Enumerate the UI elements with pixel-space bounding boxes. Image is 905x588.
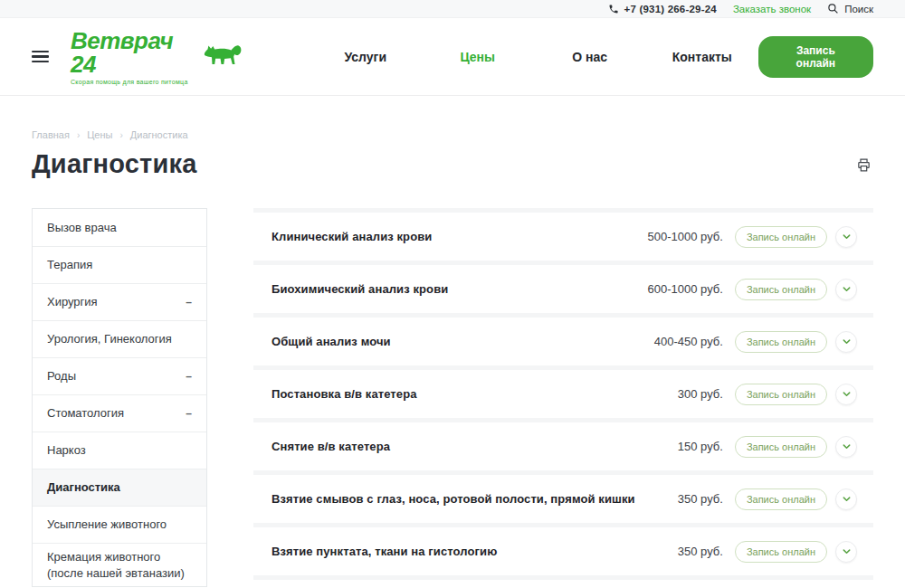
phone-number: +7 (931) 266-29-24 — [624, 4, 717, 14]
chevron-down-icon — [842, 389, 852, 399]
breadcrumb-item: Диагностика — [130, 129, 188, 140]
nav-item-tseny[interactable]: Цены — [422, 50, 534, 64]
row-book-online-button[interactable]: Запись онлайн — [735, 541, 827, 563]
row-book-online-button[interactable]: Запись онлайн — [735, 226, 827, 248]
expand-row-button[interactable] — [835, 226, 857, 248]
sidebar-item-khirurgiya[interactable]: Хирургия– — [33, 283, 206, 320]
price-row: Клинический анализ крови500-1000 руб.Зап… — [253, 208, 873, 261]
topbar-right: +7 (931) 266-29-24 Заказать звонок Поиск — [608, 3, 873, 14]
sidebar-item-terapiya[interactable]: Терапия — [33, 246, 206, 283]
sidebar-item-krematsiya-zhivotnogo[interactable]: Кремация животного (после нашей эвтанази… — [33, 543, 206, 586]
sidebar-item-narkoz[interactable]: Наркоз — [33, 432, 206, 469]
logo-title: Ветврач 24 — [71, 29, 197, 76]
search-label: Поиск — [844, 4, 873, 14]
row-book-online-button[interactable]: Запись онлайн — [735, 488, 827, 510]
expand-row-button[interactable] — [835, 331, 857, 353]
row-book-online-button[interactable]: Запись онлайн — [735, 384, 827, 405]
expand-row-button[interactable] — [835, 541, 857, 563]
sidebar-item-label: Терапия — [47, 257, 92, 273]
price-value: 400-450 руб. — [654, 335, 723, 348]
expand-row-button[interactable] — [835, 436, 857, 458]
price-row: Снятие в/в катетера150 руб.Запись онлайн — [253, 418, 873, 470]
main-nav: УслугиЦеныО насКонтакты — [310, 50, 758, 64]
submenu-collapse-icon: – — [186, 369, 192, 384]
search-icon — [827, 3, 839, 14]
logo[interactable]: Ветврач 24 Скорая помощь для вашего пито… — [71, 29, 244, 85]
price-list: Клинический анализ крови500-1000 руб.Зап… — [253, 208, 873, 588]
phone-link[interactable]: +7 (931) 266-29-24 — [608, 4, 717, 14]
price-value: 600-1000 руб. — [648, 282, 723, 296]
hamburger-menu-icon[interactable] — [32, 51, 49, 62]
chevron-down-icon — [842, 284, 852, 294]
price-value: 350 руб. — [678, 492, 723, 506]
breadcrumb-item[interactable]: Главная — [32, 129, 70, 140]
chevron-down-icon — [842, 337, 852, 346]
nav-item-kontakty[interactable]: Контакты — [646, 50, 758, 64]
sidebar-item-label: Стоматология — [47, 405, 124, 422]
service-name: Биохимический анализ крови — [272, 282, 448, 296]
row-book-online-button[interactable]: Запись онлайн — [735, 279, 827, 300]
expand-row-button[interactable] — [835, 488, 857, 510]
phone-icon — [608, 4, 619, 14]
price-value: 150 руб. — [678, 440, 723, 453]
sidebar-item-stomatologiya[interactable]: Стоматология– — [33, 394, 206, 432]
price-row: Взятие смывов с глаз, носа, ротовой поло… — [253, 470, 873, 523]
price-row: Общий анализ мочи400-450 руб.Запись онла… — [253, 313, 873, 365]
service-name: Снятие в/в катетера — [272, 440, 390, 453]
price-row: Постановка в/в катетера300 руб.Запись он… — [253, 365, 873, 418]
price-row: Биохимический анализ крови600-1000 руб.З… — [253, 261, 873, 313]
price-value: 500-1000 руб. — [648, 230, 723, 243]
topbar: +7 (931) 266-29-24 Заказать звонок Поиск — [0, 0, 905, 18]
page-title: Диагностика — [32, 149, 197, 179]
price-value: 300 руб. — [678, 387, 723, 401]
sidebar-item-label: Диагностика — [47, 479, 120, 496]
service-name: Клинический анализ крови — [272, 230, 432, 243]
title-row: Диагностика — [0, 140, 905, 179]
row-book-online-button[interactable]: Запись онлайн — [735, 436, 827, 458]
breadcrumb-separator: › — [77, 130, 80, 140]
breadcrumb-item[interactable]: Цены — [87, 129, 112, 140]
sidebar-item-label: Вызов врача — [47, 220, 117, 236]
expand-row-button[interactable] — [835, 384, 857, 405]
search-link[interactable]: Поиск — [827, 3, 873, 14]
sidebar-item-label: Хирургия — [47, 294, 98, 310]
breadcrumb-separator: › — [119, 130, 122, 140]
nav-item-o-nas[interactable]: О нас — [534, 50, 646, 64]
sidebar-item-diagnostika[interactable]: Диагностика — [33, 469, 206, 506]
sidebar-item-label: Кремация животного (после нашей эвтанази… — [47, 549, 192, 581]
expand-row-button[interactable] — [835, 279, 857, 300]
dog-logo-icon — [203, 40, 244, 71]
chevron-down-icon — [842, 232, 852, 242]
content: Вызов врачаТерапияХирургия–Урология, Гин… — [0, 208, 905, 588]
service-name: Взятие пунктата, ткани на гистологию — [272, 545, 497, 558]
logo-tagline: Скорая помощь для вашего питомца — [71, 79, 197, 85]
service-name: Взятие смывов с глаз, носа, ротовой поло… — [272, 492, 635, 506]
row-book-online-button[interactable]: Запись онлайн — [735, 331, 827, 353]
callback-link[interactable]: Заказать звонок — [733, 4, 811, 14]
chevron-down-icon — [842, 441, 852, 451]
printer-icon — [856, 157, 872, 173]
service-name: Общий анализ мочи — [272, 335, 391, 348]
submenu-collapse-icon: – — [186, 295, 192, 309]
sidebar-item-urologiya-ginekologiya[interactable]: Урология, Гинекология — [33, 320, 206, 357]
sidebar-item-label: Усыпление животного — [47, 517, 167, 533]
chevron-down-icon — [842, 494, 852, 504]
print-button[interactable] — [854, 156, 873, 177]
breadcrumb: Главная›Цены›Диагностика — [0, 96, 905, 140]
nav-item-uslugi[interactable]: Услуги — [310, 50, 422, 64]
submenu-collapse-icon: – — [186, 406, 192, 421]
sidebar-item-vyzov-vracha[interactable]: Вызов врача — [33, 209, 206, 246]
sidebar-item-label: Наркоз — [47, 442, 86, 459]
sidebar: Вызов врачаТерапияХирургия–Урология, Гин… — [32, 208, 207, 587]
header: Ветврач 24 Скорая помощь для вашего пито… — [0, 18, 905, 96]
service-name: Постановка в/в катетера — [272, 387, 417, 401]
price-row: Взятие пунктата, ткани на гистологию350 … — [253, 523, 873, 575]
sidebar-item-usyplenie-zhivotnogo[interactable]: Усыпление животного — [33, 506, 206, 543]
sidebar-item-label: Урология, Гинекология — [47, 331, 172, 347]
price-value: 350 руб. — [678, 545, 723, 558]
price-row-partial — [253, 575, 873, 588]
chevron-down-icon — [842, 546, 852, 556]
sidebar-item-rody[interactable]: Роды– — [33, 357, 206, 394]
book-online-button[interactable]: Запись онлайн — [758, 36, 873, 78]
sidebar-item-label: Роды — [47, 368, 76, 384]
